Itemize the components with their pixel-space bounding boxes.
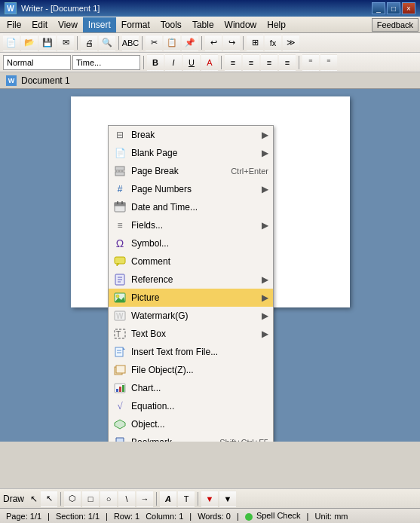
draw-fill-button[interactable]: ▼ <box>201 491 218 507</box>
svg-rect-20 <box>115 347 123 356</box>
font-color-button[interactable]: A <box>201 54 218 71</box>
menu-item-date-time[interactable]: Date and Time... <box>109 198 273 216</box>
menu-format[interactable]: Format <box>116 17 155 32</box>
preview-button[interactable]: 🔍 <box>99 35 115 51</box>
save-button[interactable]: 💾 <box>39 35 56 51</box>
menu-item-comment[interactable]: Comment <box>109 252 273 271</box>
minimize-button[interactable]: _ <box>372 2 385 14</box>
draw-arrow-button[interactable]: → <box>136 491 153 507</box>
draw-text-button[interactable]: T <box>178 491 195 507</box>
status-separator5: | <box>307 512 309 521</box>
menu-item-page-break[interactable]: Page Break Ctrl+Enter <box>109 162 273 180</box>
bookmark-icon <box>113 436 127 442</box>
draw-line-color-button[interactable]: ▼ <box>219 491 236 507</box>
status-words: Words: 0 <box>198 512 231 521</box>
title-bar: W Writer - [Document 1] _ □ × <box>0 0 420 17</box>
text-box-arrow: ▶ <box>262 329 268 339</box>
redo-button[interactable]: ↪ <box>223 35 240 51</box>
picture-label: Picture <box>131 292 254 303</box>
blank-page-arrow: ▶ <box>262 148 268 158</box>
menu-help[interactable]: Help <box>262 17 291 32</box>
reference-label: Reference <box>131 274 254 285</box>
toolbar-formatting: Normal Time... B I U A ≡ ≡ ≡ ≡ ⁼ ⁼ <box>0 53 420 72</box>
cut-button[interactable]: ✂ <box>146 35 162 51</box>
svg-text:W: W <box>116 312 124 320</box>
spell-button[interactable]: ABC <box>122 35 139 51</box>
feedback-button[interactable]: Feedback <box>372 18 418 32</box>
copy-button[interactable]: 📋 <box>164 35 180 51</box>
maximize-button[interactable]: □ <box>387 2 400 14</box>
menu-item-insert-text[interactable]: Insert Text from File... <box>109 343 273 361</box>
chart-label: Chart... <box>131 383 268 393</box>
new-button[interactable]: 📄 <box>3 35 20 51</box>
menu-item-bookmark[interactable]: Bookmark... Shift+Ctrl+F5 <box>109 433 273 442</box>
draw-toolbar: Draw ↖ ↖ ⬡ □ ○ \ → A T ▼ ▼ <box>0 488 420 508</box>
insert-button[interactable]: fx <box>265 35 281 51</box>
align-left-button[interactable]: ≡ <box>225 54 241 71</box>
break-icon: ⊟ <box>113 128 127 142</box>
menu-item-file-object[interactable]: File Object(Z)... <box>109 361 273 379</box>
menu-item-object[interactable]: Object... <box>109 415 273 433</box>
menu-item-page-numbers[interactable]: # Page Numbers ▶ <box>109 180 273 198</box>
menu-item-break[interactable]: ⊟ Break ▶ <box>109 126 273 144</box>
draw-rect-button[interactable]: □ <box>82 491 99 507</box>
comment-label: Comment <box>131 256 268 267</box>
bullet-list-button[interactable]: ⁼ <box>320 54 337 71</box>
align-right-button[interactable]: ≡ <box>261 54 277 71</box>
undo-button[interactable]: ↩ <box>205 35 222 51</box>
draw-shapes-button[interactable]: ⬡ <box>64 491 81 507</box>
separator <box>201 36 202 50</box>
style-selector[interactable]: Normal <box>3 55 71 70</box>
font-selector[interactable]: Time... <box>72 55 140 70</box>
draw-line-button[interactable]: \ <box>118 491 135 507</box>
underline-button[interactable]: U <box>183 54 200 71</box>
menu-item-fields[interactable]: ≡ Fields... ▶ <box>109 216 273 234</box>
menu-table[interactable]: Table <box>187 17 219 32</box>
draw-fontwork-button[interactable]: A <box>160 491 176 507</box>
print-button[interactable]: 🖨 <box>81 35 97 51</box>
draw-ellipse-button[interactable]: ○ <box>100 491 117 507</box>
menu-item-equation[interactable]: √ Equation... <box>109 397 273 415</box>
main-area: W Document 1 ⊟ Break ▶ 📄 Blank Page ▶ <box>0 72 420 442</box>
num-list-button[interactable]: ⁼ <box>302 54 319 71</box>
fields-label: Fields... <box>131 220 254 231</box>
italic-button[interactable]: I <box>165 54 182 71</box>
reference-arrow: ▶ <box>262 274 268 285</box>
menu-item-watermark[interactable]: W Watermark(G) ▶ <box>109 307 273 325</box>
menu-item-text-box[interactable]: T Text Box ▶ <box>109 325 273 343</box>
bold-button[interactable]: B <box>147 54 164 71</box>
status-column: Column: 1 <box>146 512 183 521</box>
status-row: Row: 1 <box>114 512 139 521</box>
text-box-label: Text Box <box>131 329 254 339</box>
menu-item-chart[interactable]: Chart... <box>109 379 273 397</box>
align-center-button[interactable]: ≡ <box>243 54 259 71</box>
menu-item-blank-page[interactable]: 📄 Blank Page ▶ <box>109 144 273 162</box>
menu-edit[interactable]: Edit <box>26 17 53 32</box>
bookmark-label: Bookmark... <box>131 437 204 442</box>
open-button[interactable]: 📂 <box>21 35 38 51</box>
table-button[interactable]: ⊞ <box>247 35 263 51</box>
status-unit: Unit: mm <box>314 512 348 521</box>
close-button[interactable]: × <box>402 2 415 14</box>
justify-button[interactable]: ≡ <box>279 54 296 71</box>
email-button[interactable]: ✉ <box>57 35 74 51</box>
menu-view[interactable]: View <box>53 17 83 32</box>
status-bar: Page: 1/1 | Section: 1/1 | Row: 1 Column… <box>0 508 420 523</box>
menu-item-picture[interactable]: Picture ▶ <box>109 289 273 307</box>
svg-marker-8 <box>117 264 119 266</box>
page-break-icon <box>113 164 127 178</box>
menu-item-symbol[interactable]: Ω Symbol... <box>109 234 273 252</box>
window-controls: _ □ × <box>372 2 415 14</box>
symbol-label: Symbol... <box>131 238 268 249</box>
menu-window[interactable]: Window <box>219 17 262 32</box>
more-button[interactable]: ≫ <box>283 35 299 51</box>
watermark-arrow: ▶ <box>262 310 268 321</box>
draw-select-button[interactable]: ↖ <box>41 491 57 507</box>
object-icon <box>113 417 127 431</box>
menu-file[interactable]: File <box>2 17 26 32</box>
paste-button[interactable]: 📌 <box>182 35 198 51</box>
menu-insert[interactable]: Insert <box>83 17 116 32</box>
menu-tools[interactable]: Tools <box>155 17 187 32</box>
menu-item-reference[interactable]: Reference ▶ <box>109 271 273 289</box>
file-object-icon <box>113 363 127 377</box>
